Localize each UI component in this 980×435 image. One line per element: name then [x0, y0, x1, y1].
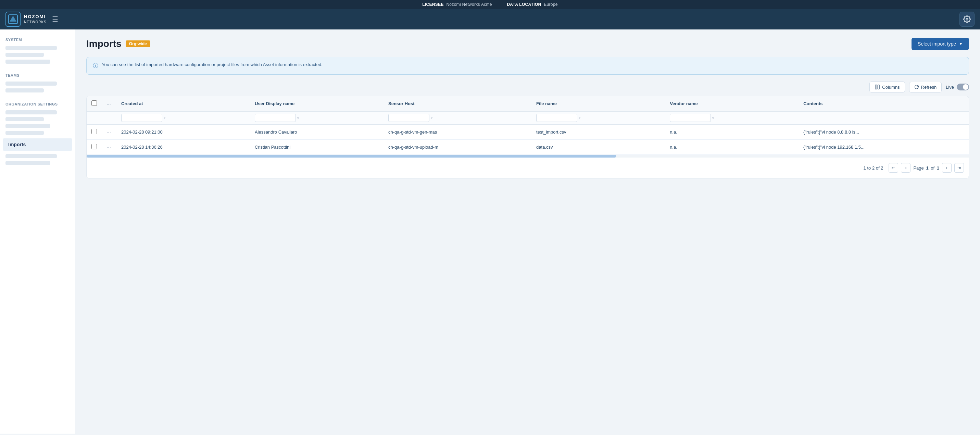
pagination-first-button[interactable]: ⇤ — [889, 163, 898, 173]
pagination: 1 to 2 of 2 ⇤ ‹ Page 1 of 1 › ⇥ — [87, 158, 969, 178]
filter-user-display-name-input[interactable] — [255, 114, 296, 122]
filter-vendor-name-input[interactable] — [670, 114, 711, 122]
filter-sensor-host-icon[interactable]: ▿ — [431, 116, 433, 120]
sidebar-blur-item — [5, 124, 50, 128]
total-pages: 1 — [937, 166, 939, 170]
pagination-prev-button[interactable]: ‹ — [901, 163, 910, 173]
select-import-button[interactable]: Select import type ▼ — [912, 38, 969, 50]
filter-vendor-name-icon[interactable]: ▿ — [712, 116, 714, 120]
info-banner: ⓘ You can see the list of imported hardw… — [86, 57, 969, 75]
sidebar-section-org-settings: Organization settings — [0, 99, 75, 108]
filter-created-at-input[interactable] — [121, 114, 162, 122]
refresh-icon — [914, 84, 919, 89]
svg-point-2 — [966, 18, 968, 20]
columns-button[interactable]: Columns — [869, 81, 905, 92]
th-created-at: Created at — [116, 96, 250, 111]
row1-checkbox[interactable] — [91, 129, 97, 134]
pagination-next-button[interactable]: › — [942, 163, 951, 173]
th-user-display-name-label: User Display name — [255, 101, 294, 106]
row2-checkbox[interactable] — [91, 144, 97, 149]
th-row-actions: … — [102, 96, 116, 111]
hamburger-menu[interactable]: ☰ — [52, 15, 58, 23]
select-all-checkbox[interactable] — [91, 100, 97, 106]
sidebar-blur-item — [5, 154, 57, 158]
sidebar-blur-item — [5, 81, 57, 86]
data-location-value: Europe — [544, 2, 558, 7]
row1-created-at: 2024-02-28 09:21:00 — [116, 124, 250, 140]
th-file-name: File name — [531, 96, 665, 111]
refresh-button[interactable]: Refresh — [909, 82, 942, 92]
filter-created-at-icon[interactable]: ▿ — [164, 116, 165, 120]
filter-user-display-name-icon[interactable]: ▿ — [297, 116, 299, 120]
logo-area: NOZOMINETWORKS — [5, 12, 46, 27]
row1-actions-icon[interactable]: ⋯ — [107, 129, 111, 135]
page-text: Page — [913, 166, 923, 170]
sidebar-blur-item — [5, 117, 44, 121]
scrollbar-thumb — [87, 155, 616, 158]
page-header: Imports Org-wide Select import type ▼ — [86, 38, 969, 50]
row2-actions-cell: ⋯ — [102, 140, 116, 155]
row1-file-name: test_import.csv — [531, 124, 665, 140]
sidebar-blur-item — [5, 46, 57, 50]
table-row: ⋯ 2024-02-28 09:21:00 Alessandro Cavalla… — [87, 124, 969, 140]
select-import-label: Select import type — [918, 41, 956, 46]
row1-sensor-host: ch-qa-g-std-vm-gen-mas — [383, 124, 531, 140]
logo-icon — [5, 12, 21, 27]
pagination-last-button[interactable]: ⇥ — [954, 163, 964, 173]
filter-checkbox-col — [87, 111, 102, 124]
row2-checkbox-cell — [87, 140, 102, 155]
live-label: Live — [946, 84, 954, 90]
live-toggle-switch[interactable] — [957, 84, 969, 91]
row2-file-name: data.csv — [531, 140, 665, 155]
filter-actions-col — [102, 111, 116, 124]
chevron-down-icon: ▼ — [959, 41, 963, 46]
of-text: of — [931, 166, 934, 170]
sidebar-section-teams: Teams — [0, 70, 75, 79]
top-banner: LICENSEE Nozomi Networks Acme DATA LOCAT… — [0, 0, 980, 9]
th-file-name-label: File name — [536, 101, 557, 106]
columns-label: Columns — [882, 84, 899, 90]
row1-checkbox-cell — [87, 124, 102, 140]
navbar: NOZOMINETWORKS ☰ — [0, 9, 980, 29]
row2-actions-icon[interactable]: ⋯ — [107, 145, 111, 150]
navbar-left: NOZOMINETWORKS ☰ — [5, 12, 58, 27]
filter-file-name-icon[interactable]: ▿ — [579, 116, 581, 120]
info-message: You can see the list of imported hardwar… — [102, 62, 323, 67]
current-page: 1 — [926, 166, 928, 170]
row1-user-display-name: Alessandro Cavallaro — [250, 124, 383, 140]
sidebar-blur-item — [5, 88, 44, 92]
filter-file-name-input[interactable] — [536, 114, 578, 122]
sidebar: System Teams Organization settings Impor… — [0, 29, 75, 433]
table-filter-row: ▿ ▿ ▿ — [87, 111, 969, 124]
th-sensor-host: Sensor Host — [383, 96, 531, 111]
th-user-display-name: User Display name — [250, 96, 383, 111]
filter-sensor-host-cell: ▿ — [383, 111, 531, 124]
row2-contents: {"rules":["vi node 192.168.1.5... — [799, 140, 969, 155]
row1-contents: {"rules":["vi node 8.8.8.8 is... — [799, 124, 969, 140]
th-created-at-label: Created at — [121, 101, 143, 106]
settings-button[interactable] — [959, 12, 975, 27]
row2-sensor-host: ch-qa-g-std-vm-upload-m — [383, 140, 531, 155]
sidebar-blur-item — [5, 161, 50, 165]
pagination-page-label: Page 1 of 1 — [913, 166, 939, 170]
page-header-left: Imports Org-wide — [86, 38, 150, 49]
filter-user-display-name-cell: ▿ — [250, 111, 383, 124]
columns-icon — [875, 84, 880, 90]
filter-created-at-cell: ▿ — [116, 111, 250, 124]
sidebar-teams-items — [0, 79, 75, 95]
th-select-all — [87, 96, 102, 111]
main-content: Imports Org-wide Select import type ▼ ⓘ … — [75, 29, 980, 433]
sidebar-more-items — [0, 151, 75, 168]
imports-table: … Created at User Display name — [86, 96, 969, 178]
refresh-label: Refresh — [921, 84, 937, 90]
sidebar-item-imports[interactable]: Imports — [3, 139, 72, 151]
horizontal-scrollbar[interactable] — [87, 155, 969, 158]
row2-user-display-name: Cristian Pascottini — [250, 140, 383, 155]
layout: System Teams Organization settings Impor… — [0, 29, 980, 433]
svg-marker-1 — [10, 16, 16, 22]
th-vendor-name: Vendor name — [665, 96, 799, 111]
licensee-label: LICENSEE — [422, 2, 444, 7]
sidebar-system-items — [0, 43, 75, 67]
row1-vendor-name: n.a. — [665, 124, 799, 140]
filter-sensor-host-input[interactable] — [388, 114, 430, 122]
